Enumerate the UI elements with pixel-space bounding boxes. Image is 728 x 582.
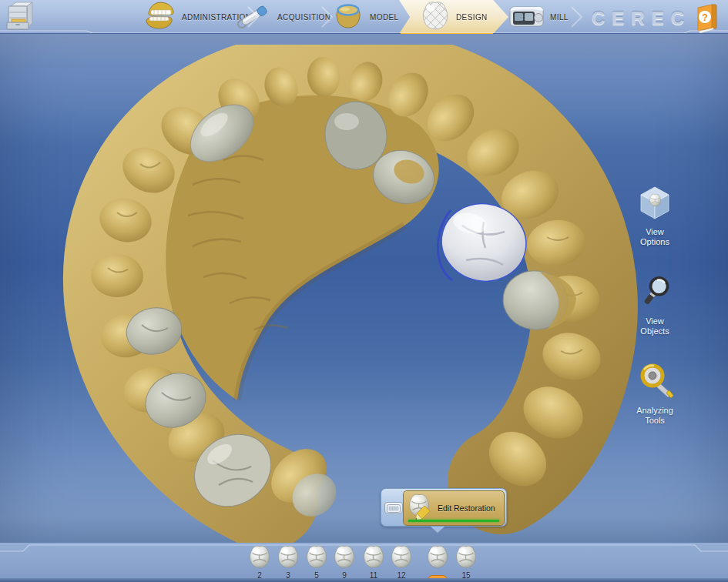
molar-icon <box>455 544 478 569</box>
tape-measure-icon <box>636 388 673 401</box>
tooth-number: 12 <box>388 571 414 580</box>
tab-design-label: DESIGN <box>456 13 488 22</box>
view-objects-button[interactable]: View Objects <box>632 274 678 336</box>
view-objects-label: View Objects <box>632 316 678 336</box>
model-3d-view[interactable] <box>0 45 728 543</box>
view-options-button[interactable]: View Options <box>632 185 678 247</box>
model-stump-icon <box>331 0 365 34</box>
tooth-number: 2 <box>247 571 273 580</box>
cerec-logo: CEREC <box>592 8 687 29</box>
molar-icon <box>426 544 449 569</box>
top-navigation-bar: ADMINISTRATION ACQUISITION <box>0 0 728 34</box>
tooth-number: 9 <box>331 571 357 580</box>
selected-tooth-badge: 14 <box>428 575 448 582</box>
molar-icon <box>362 544 385 569</box>
tab-acquisition[interactable]: ACQUISITION <box>236 0 330 34</box>
tooth-button-12[interactable]: 12 <box>388 544 414 580</box>
tab-acquisition-label: ACQUISITION <box>277 13 330 22</box>
tooth-selector-bar: 2 3 5 9 11 12 14 15 <box>0 543 728 582</box>
view-options-label: View Options <box>632 227 678 247</box>
analyzing-tools-button[interactable]: Analyzing Tools <box>632 363 678 426</box>
tab-mill[interactable]: MILL <box>507 0 569 34</box>
step-tool-panel: Edit Restoration <box>381 488 507 527</box>
help-question-glyph: ? <box>702 12 708 23</box>
molar-icon <box>390 544 413 569</box>
tooth-button-14-selected[interactable]: 14 <box>424 544 451 582</box>
molar-icon <box>333 544 356 569</box>
view-cube-icon <box>636 209 673 222</box>
tooth-button-15[interactable]: 15 <box>453 544 479 580</box>
help-book-icon[interactable]: ? <box>692 2 721 36</box>
tab-model[interactable]: MODEL <box>331 0 399 34</box>
panel-strip-icon <box>387 504 401 513</box>
edit-restoration-button[interactable]: Edit Restoration <box>403 490 505 526</box>
tooth-button-5[interactable]: 5 <box>304 544 330 580</box>
tab-model-label: MODEL <box>370 13 399 22</box>
scanner-wand-icon <box>236 0 273 34</box>
panel-collapse-button[interactable] <box>384 502 403 514</box>
tooth-number: 15 <box>453 571 479 580</box>
molar-icon <box>248 544 271 569</box>
milling-unit-icon <box>507 0 545 34</box>
molar-icon <box>305 544 328 569</box>
tooth-button-3[interactable]: 3 <box>275 544 301 580</box>
step-progress-line <box>408 520 499 522</box>
tooth-number: 5 <box>304 571 330 580</box>
file-cabinet-icon[interactable] <box>5 2 35 35</box>
tooth-number: 11 <box>361 571 387 580</box>
wireframe-tooth-icon <box>419 0 451 34</box>
magnifier-icon <box>636 299 673 312</box>
molar-icon <box>277 544 300 569</box>
panel-pointer <box>431 527 445 533</box>
tooth-button-2[interactable]: 2 <box>247 544 273 580</box>
tab-design[interactable]: DESIGN <box>399 0 508 34</box>
dentures-icon <box>143 0 177 34</box>
tooth-button-9[interactable]: 9 <box>331 544 357 580</box>
tooth-button-11[interactable]: 11 <box>361 544 387 580</box>
3d-viewport[interactable]: View Options View Objects <box>0 34 728 543</box>
analyzing-tools-label: Analyzing Tools <box>632 406 678 426</box>
edit-restoration-label: Edit Restoration <box>438 503 495 513</box>
tab-mill-label: MILL <box>550 13 569 22</box>
tooth-number: 3 <box>275 571 301 580</box>
cerec-application-window: ADMINISTRATION ACQUISITION <box>0 0 728 582</box>
